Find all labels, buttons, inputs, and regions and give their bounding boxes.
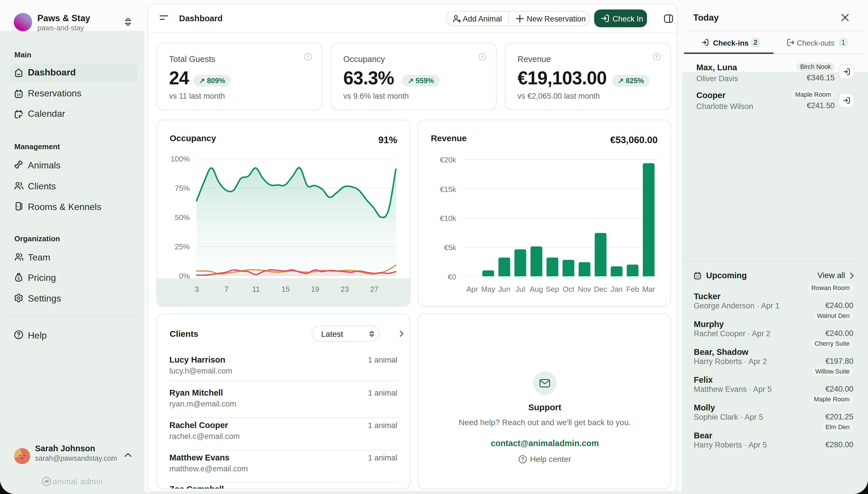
svg-text:$: $: [18, 276, 20, 281]
svg-text:17: 17: [17, 93, 21, 97]
